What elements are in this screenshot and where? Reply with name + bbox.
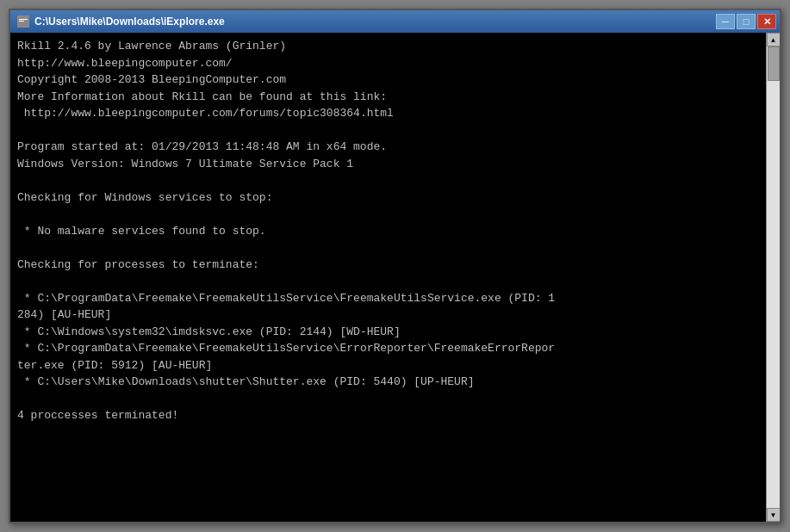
terminal-icon (17, 15, 29, 28)
title-bar-left: C:\Users\Mike\Downloads\iExplore.exe (17, 15, 225, 28)
scroll-track[interactable] (767, 46, 781, 508)
scrollbar[interactable]: ▲ ▼ (766, 33, 780, 522)
minimize-button[interactable]: ─ (716, 14, 735, 29)
svg-rect-2 (19, 21, 24, 22)
main-window: C:\Users\Mike\Downloads\iExplore.exe ─ □… (9, 9, 781, 523)
title-bar: C:\Users\Mike\Downloads\iExplore.exe ─ □… (10, 10, 780, 33)
scroll-thumb[interactable] (768, 46, 780, 81)
window-title: C:\Users\Mike\Downloads\iExplore.exe (34, 15, 225, 28)
maximize-button[interactable]: □ (737, 14, 756, 29)
close-button[interactable]: ✕ (757, 14, 776, 29)
console-content: Rkill 2.4.6 by Lawrence Abrams (Grinler)… (10, 33, 766, 522)
scroll-down-button[interactable]: ▼ (767, 508, 781, 522)
scroll-up-button[interactable]: ▲ (767, 33, 781, 46)
title-bar-buttons: ─ □ ✕ (716, 14, 776, 29)
svg-rect-1 (19, 19, 28, 20)
console-area: Rkill 2.4.6 by Lawrence Abrams (Grinler)… (10, 33, 780, 522)
console-output: Rkill 2.4.6 by Lawrence Abrams (Grinler)… (17, 38, 759, 424)
